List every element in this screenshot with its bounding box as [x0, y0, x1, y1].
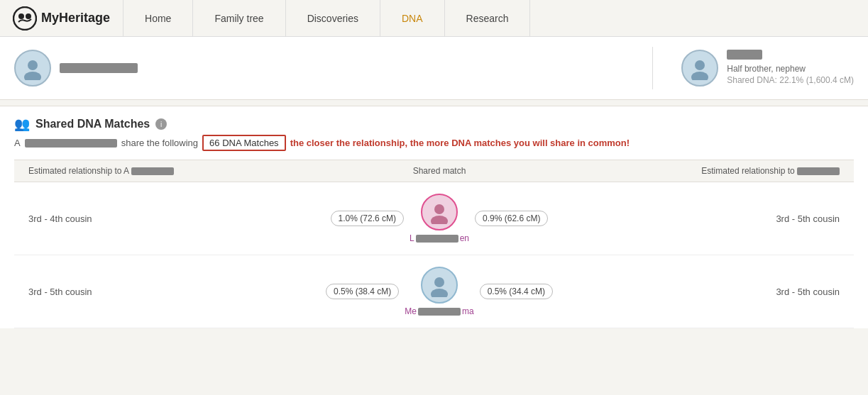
svg-point-3	[28, 60, 38, 70]
table-header-row: Estimated relationship to A Shared match…	[14, 160, 854, 182]
subtitle-suffix: share the following	[121, 138, 198, 148]
match-person-1[interactable]: Mema	[405, 267, 473, 316]
match-name-0: Len	[410, 233, 469, 243]
matches-table: Estimated relationship to A Shared match…	[14, 160, 854, 328]
profile-left-name	[60, 63, 138, 73]
svg-point-7	[434, 204, 444, 214]
people-icon: 👥	[14, 116, 30, 132]
match-avatar-0	[421, 194, 458, 230]
logo[interactable]: MyHeritage	[0, 0, 123, 36]
col-header-right-redact	[797, 167, 840, 175]
profile-relation: Half brother, nephew	[727, 64, 854, 74]
match-avatar-1	[421, 267, 458, 304]
highlight-message: the closer the relationship, the more DN…	[290, 138, 630, 148]
dna-pill-left-1: 0.5% (38.4 cM)	[326, 284, 399, 299]
nav-research[interactable]: Research	[445, 0, 531, 36]
profile-right-info: Half brother, nephew Shared DNA: 22.1% (…	[727, 50, 854, 85]
match-center-1: 0.5% (38.4 cM) Mema 0.5% (34.4 cM)	[269, 255, 610, 328]
shared-dna-title: Shared DNA Matches	[35, 118, 150, 130]
match-person-0[interactable]: Len	[410, 194, 469, 243]
avatar-right	[681, 50, 718, 87]
profile-divider	[652, 47, 653, 89]
matches-count-badge: 66 DNA Matches	[202, 135, 286, 151]
svg-point-6	[691, 72, 708, 80]
col-header-left: Estimated relationship to A	[14, 160, 269, 182]
svg-point-4	[24, 72, 41, 80]
match-rel-right-0: 3rd - 5th cousin	[610, 182, 854, 255]
profile-shared-dna: Shared DNA: 22.1% (1,600.4 cM)	[727, 75, 854, 85]
svg-point-8	[431, 216, 448, 224]
nav-dna[interactable]: DNA	[380, 0, 445, 36]
dna-pill-right-0: 0.9% (62.6 cM)	[475, 211, 548, 226]
match-rel-left-0: 3rd - 4th cousin	[14, 182, 269, 255]
info-icon[interactable]: i	[155, 118, 167, 130]
col-header-left-redact	[131, 167, 174, 175]
match-rel-right-1: 3rd - 5th cousin	[610, 255, 854, 328]
nav-links: Home Family tree Discoveries DNA Researc…	[123, 0, 868, 36]
logo-text: MyHeritage	[41, 11, 110, 26]
profile-right-name	[727, 50, 762, 60]
shared-dna-content: 👥 Shared DNA Matches i A share the follo…	[0, 106, 868, 328]
svg-point-5	[695, 60, 705, 70]
logo-icon	[13, 6, 37, 30]
subtitle-prefix: A	[14, 138, 21, 148]
match-center-0: 1.0% (72.6 cM) Len 0.9% (62.6 cM)	[269, 182, 610, 255]
profile-header: Half brother, nephew Shared DNA: 22.1% (…	[0, 37, 868, 100]
table-row: 3rd - 4th cousin 1.0% (72.6 cM) Len 0.9%…	[14, 182, 854, 255]
nav-discoveries[interactable]: Discoveries	[286, 0, 380, 36]
table-row: 3rd - 5th cousin 0.5% (38.4 cM) Mema 0.5…	[14, 255, 854, 328]
col-header-right: Estimated relationship to	[610, 160, 854, 182]
svg-point-10	[431, 289, 448, 297]
avatar-right-icon	[688, 56, 712, 80]
profile-left	[14, 50, 624, 87]
shared-dna-subtitle: A share the following 66 DNA Matches the…	[14, 135, 854, 151]
dna-pill-right-1: 0.5% (34.4 cM)	[480, 284, 553, 299]
match-name-1: Mema	[405, 306, 473, 316]
svg-point-2	[26, 13, 31, 19]
profile-right: Half brother, nephew Shared DNA: 22.1% (…	[681, 50, 854, 87]
nav-family-tree[interactable]: Family tree	[193, 0, 285, 36]
avatar-left-icon	[21, 56, 45, 80]
svg-point-0	[13, 7, 36, 30]
dna-pill-left-0: 1.0% (72.6 cM)	[331, 211, 404, 226]
col-header-center: Shared match	[269, 160, 610, 182]
match-rel-left-1: 3rd - 5th cousin	[14, 255, 269, 328]
shared-dna-section: 👥 Shared DNA Matches i A share the follo…	[0, 106, 868, 328]
shared-dna-header: 👥 Shared DNA Matches i	[14, 116, 854, 132]
navbar: MyHeritage Home Family tree Discoveries …	[0, 0, 868, 37]
subtitle-name-redacted	[25, 139, 117, 148]
svg-point-1	[18, 13, 24, 19]
avatar-left	[14, 50, 51, 87]
nav-home[interactable]: Home	[123, 0, 193, 36]
svg-point-9	[434, 277, 444, 287]
